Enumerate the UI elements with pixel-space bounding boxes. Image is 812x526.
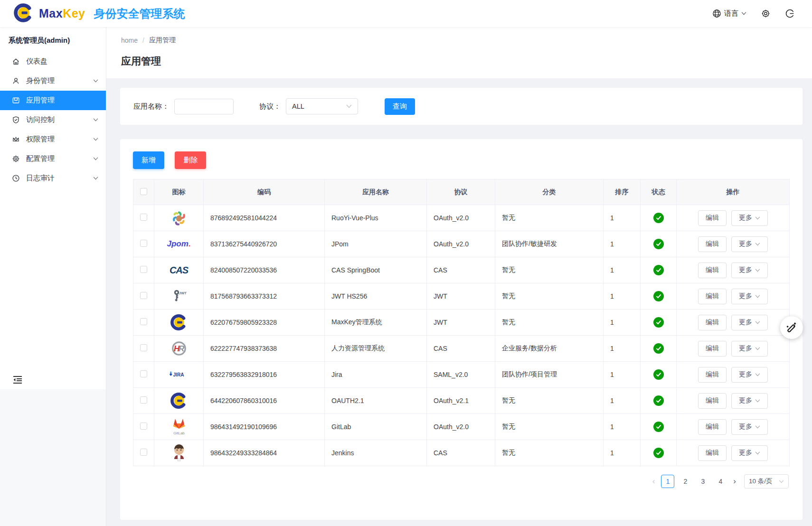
sidebar-item-label: 仪表盘 [26, 57, 47, 66]
edit-button[interactable]: 编辑 [698, 445, 727, 461]
breadcrumb-current: 应用管理 [149, 36, 176, 45]
sidebar-item-config[interactable]: 配置管理 [0, 149, 106, 169]
app-code-cell: 632279563832918016 [204, 362, 325, 388]
row-checkbox[interactable] [140, 423, 147, 430]
sidebar-item-audit[interactable]: 日志审计 [0, 169, 106, 188]
app-code-cell: 817568793663373312 [204, 283, 325, 310]
language-menu[interactable]: 语言 [712, 9, 746, 18]
table-panel: 新增 删除 图标编码应用名称协议分类排序状态操作 876892492581044… [120, 139, 803, 520]
sidebar-item-identity[interactable]: 身份管理 [0, 71, 106, 91]
app-logo-jpom-icon: Jpom. [168, 234, 190, 254]
pagination-page-1[interactable]: 1 [661, 475, 674, 488]
more-button[interactable]: 更多 [731, 289, 768, 304]
gear-icon [12, 155, 20, 163]
pagination-prev-icon[interactable]: ‹ [651, 477, 657, 486]
sidebar-item-label: 日志审计 [26, 174, 55, 183]
chevron-down-icon [93, 157, 98, 160]
edit-button[interactable]: 编辑 [698, 419, 727, 435]
edit-button[interactable]: 编辑 [698, 289, 727, 304]
edit-button[interactable]: 编辑 [698, 210, 727, 226]
sort-cell: 1 [604, 336, 641, 362]
add-button[interactable]: 新增 [133, 151, 164, 169]
pagination-page-2[interactable]: 2 [679, 475, 692, 488]
column-header: 分类 [495, 179, 604, 205]
sort-cell: 1 [604, 388, 641, 414]
column-header: 应用名称 [325, 179, 427, 205]
breadcrumb-home-link[interactable]: home [121, 37, 138, 44]
edit-button[interactable]: 编辑 [698, 315, 727, 330]
status-enabled-icon [653, 369, 664, 380]
app-name-cell: MaxKey管理系统 [325, 310, 427, 336]
breadcrumb: home / 应用管理 [121, 36, 812, 45]
protocol-select-value: ALL [292, 103, 304, 110]
floating-tool-button[interactable] [780, 316, 803, 339]
more-button[interactable]: 更多 [731, 210, 768, 226]
pagination-page-4[interactable]: 4 [714, 475, 727, 488]
chevron-down-icon [755, 373, 760, 376]
column-header: 编码 [204, 179, 325, 205]
more-button[interactable]: 更多 [731, 236, 768, 252]
globe-icon [712, 9, 721, 18]
sidebar-item-label: 访问控制 [26, 115, 55, 124]
row-checkbox[interactable] [140, 318, 147, 325]
status-enabled-icon [653, 448, 664, 458]
more-button[interactable]: 更多 [731, 341, 768, 357]
more-button[interactable]: 更多 [731, 445, 768, 461]
shield-icon [12, 116, 20, 124]
column-header: 排序 [604, 179, 641, 205]
more-button[interactable]: 更多 [731, 263, 768, 278]
main-content: home / 应用管理 应用管理 应用名称： 协议： ALL 查询 新增 删除 [106, 27, 812, 526]
row-checkbox[interactable] [140, 214, 147, 221]
edit-button[interactable]: 编辑 [698, 263, 727, 278]
sidebar-item-dashboard[interactable]: 仪表盘 [0, 52, 106, 71]
brand-subtitle: 身份安全管理系统 [94, 6, 185, 21]
sidebar-item-label: 配置管理 [26, 154, 55, 163]
edit-button[interactable]: 编辑 [698, 341, 727, 357]
status-enabled-icon [653, 422, 664, 432]
protocol-cell: OAuth_v2.1 [427, 388, 495, 414]
row-checkbox[interactable] [140, 266, 147, 273]
protocol-cell: CAS [427, 336, 495, 362]
sidebar-item-access[interactable]: 访问控制 [0, 110, 106, 130]
app-logo-ruoyi-icon [168, 208, 190, 228]
app-logo-gitlab-icon: GitLab [168, 416, 190, 436]
app-code-cell: 644220607860310016 [204, 388, 325, 414]
sidebar-item-permission[interactable]: 权限管理 [0, 130, 106, 149]
menu-fold-icon[interactable] [11, 374, 24, 386]
table-row: GitLab986431492190109696GitLabOAuth_v2.0… [133, 414, 790, 440]
more-button[interactable]: 更多 [731, 393, 768, 409]
edit-button[interactable]: 编辑 [698, 367, 727, 383]
search-button[interactable]: 查询 [385, 98, 415, 115]
row-checkbox[interactable] [140, 370, 147, 377]
app-name-input[interactable] [174, 99, 234, 114]
row-checkbox[interactable] [140, 396, 147, 404]
chevron-down-icon [93, 118, 98, 122]
select-all-checkbox[interactable] [140, 188, 147, 195]
sidebar-nav: 仪表盘身份管理应用管理访问控制权限管理配置管理日志审计 [0, 52, 106, 188]
page-size-select[interactable]: 10 条/页 [744, 474, 789, 488]
app-name-cell: CAS SpringBoot [325, 257, 427, 283]
delete-button[interactable]: 删除 [175, 151, 206, 169]
more-button[interactable]: 更多 [731, 367, 768, 383]
sort-cell: 1 [604, 414, 641, 440]
row-checkbox[interactable] [140, 449, 147, 456]
status-enabled-icon [653, 395, 664, 406]
status-enabled-icon [653, 265, 664, 275]
table-header-row: 图标编码应用名称协议分类排序状态操作 [133, 179, 790, 205]
pagination-next-icon[interactable]: › [731, 477, 738, 486]
row-checkbox[interactable] [140, 292, 147, 299]
pagination-page-3[interactable]: 3 [696, 475, 709, 488]
more-button[interactable]: 更多 [731, 315, 768, 330]
row-checkbox[interactable] [140, 344, 147, 351]
row-checkbox[interactable] [140, 240, 147, 247]
table-row: JIRA632279563832918016JiraSAML_v2.0团队协作/… [133, 362, 790, 388]
edit-button[interactable]: 编辑 [698, 393, 727, 409]
settings-gear-icon[interactable] [761, 9, 771, 19]
sidebar-item-application[interactable]: 应用管理 [0, 91, 106, 110]
edit-button[interactable]: 编辑 [698, 236, 727, 252]
logout-icon[interactable] [785, 9, 795, 19]
chevron-down-icon [755, 399, 760, 403]
protocol-select[interactable]: ALL [286, 98, 358, 114]
more-button[interactable]: 更多 [731, 419, 768, 435]
chevron-down-icon [93, 177, 98, 180]
